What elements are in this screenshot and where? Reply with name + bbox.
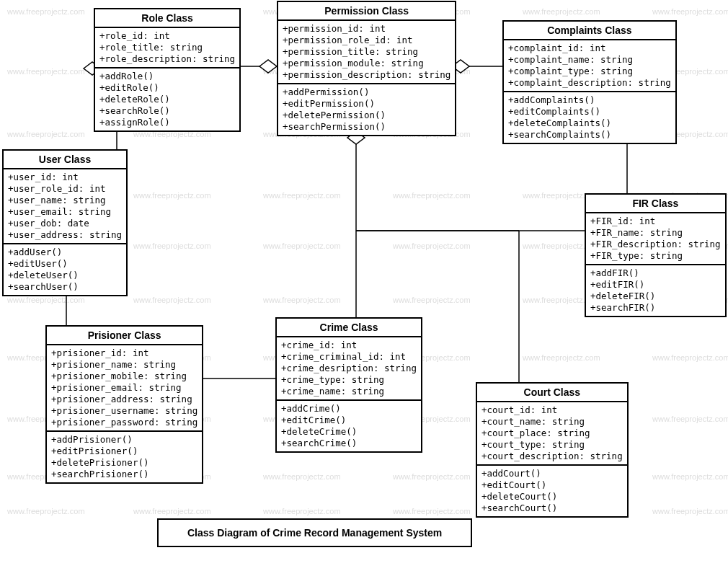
class-member: +addComplaints(): [508, 94, 671, 106]
class-member: +searchPermission(): [283, 121, 450, 133]
class-member: +user_email: string: [8, 206, 122, 218]
class-fir: FIR Class +FIR_id: int+FIR_name: string+…: [585, 193, 727, 317]
svg-marker-4: [259, 60, 277, 73]
class-member: +crime_desription: string: [281, 363, 417, 374]
class-complaints: Complaints Class +complaint_id: int+comp…: [502, 20, 677, 144]
class-crime-methods: +addCrime()+editCrime()+deleteCrime()+se…: [277, 401, 421, 451]
class-member: +addFIR(): [590, 267, 721, 279]
class-member: +permission_role_id: int: [283, 35, 450, 46]
class-member: +FIR_description: string: [590, 239, 721, 250]
class-member: +prisioner_password: string: [51, 417, 197, 428]
class-member: +court_id: int: [481, 404, 623, 416]
class-member: +crime_criminal_id: int: [281, 351, 417, 363]
caption-text: Class Diagram of Crime Record Management…: [187, 527, 442, 539]
class-court-title: Court Class: [477, 384, 627, 402]
class-member: +editFIR(): [590, 279, 721, 291]
class-user-methods: +addUser()+editUser()+deleteUser()+searc…: [4, 244, 126, 295]
class-permission-attrs: +permission_id: int+permission_role_id: …: [278, 21, 455, 84]
class-member: +editRole(): [99, 82, 235, 94]
class-crime-attrs: +crime_id: int+crime_criminal_id: int+cr…: [277, 337, 421, 401]
class-member: +deleteComplaints(): [508, 118, 671, 129]
class-member: +role_description: string: [99, 53, 235, 65]
class-permission: Permission Class +permission_id: int+per…: [277, 1, 456, 136]
class-member: +editPermission(): [283, 98, 450, 110]
class-member: +deleteFIR(): [590, 291, 721, 302]
class-member: +user_address: string: [8, 229, 122, 241]
class-member: +role_id: int: [99, 30, 235, 42]
class-member: +crime_type: string: [281, 374, 417, 386]
class-member: +complaint_description: string: [508, 77, 671, 89]
class-member: +searchRole(): [99, 105, 235, 117]
class-permission-title: Permission Class: [278, 2, 455, 21]
class-role-attrs: +role_id: int+role_title: string+role_de…: [95, 28, 239, 68]
class-member: +court_place: string: [481, 428, 623, 439]
class-permission-methods: +addPermission()+editPermission()+delete…: [278, 84, 455, 135]
class-member: +FIR_name: string: [590, 227, 721, 239]
class-member: +permission_title: string: [283, 46, 450, 58]
class-member: +editComplaints(): [508, 106, 671, 118]
class-member: +deletePrisioner(): [51, 457, 197, 469]
class-member: +prisioner_email: string: [51, 382, 197, 394]
class-fir-attrs: +FIR_id: int+FIR_name: string+FIR_descri…: [586, 213, 725, 265]
class-member: +deleteCourt(): [481, 491, 623, 503]
class-member: +searchPrisioner(): [51, 469, 197, 480]
class-member: +deletePermission(): [283, 110, 450, 121]
class-member: +complaint_name: string: [508, 54, 671, 66]
class-member: +user_role_id: int: [8, 183, 122, 195]
class-member: +searchComplaints(): [508, 129, 671, 141]
class-prisioner-title: Prisioner Class: [47, 327, 202, 345]
class-fir-methods: +addFIR()+editFIR()+deleteFIR()+searchFI…: [586, 265, 725, 316]
class-member: +crime_name: string: [281, 386, 417, 397]
class-member: +prisioner_name: string: [51, 359, 197, 371]
class-member: +FIR_id: int: [590, 216, 721, 227]
class-user-title: User Class: [4, 151, 126, 169]
class-fir-title: FIR Class: [586, 195, 725, 213]
diagram-caption: Class Diagram of Crime Record Management…: [157, 518, 472, 547]
class-member: +prisioner_id: int: [51, 348, 197, 359]
class-member: +permission_id: int: [283, 23, 450, 35]
class-court: Court Class +court_id: int+court_name: s…: [476, 382, 629, 518]
class-role-title: Role Class: [95, 9, 239, 28]
class-member: +complaint_type: string: [508, 66, 671, 77]
class-member: +editCrime(): [281, 415, 417, 426]
class-member: +complaint_id: int: [508, 43, 671, 54]
class-complaints-attrs: +complaint_id: int+complaint_name: strin…: [504, 40, 675, 92]
class-member: +addUser(): [8, 247, 122, 258]
class-member: +permission_description: string: [283, 69, 450, 81]
class-complaints-methods: +addComplaints()+editComplaints()+delete…: [504, 92, 675, 143]
class-complaints-title: Complaints Class: [504, 22, 675, 40]
class-user-attrs: +user_id: int+user_role_id: int+user_nam…: [4, 169, 126, 244]
class-member: +editPrisioner(): [51, 446, 197, 457]
class-member: +prisioner_address: string: [51, 394, 197, 405]
class-prisioner-methods: +addPrisioner()+editPrisioner()+deletePr…: [47, 432, 202, 482]
class-member: +prisioner_username: string: [51, 405, 197, 417]
class-member: +searchFIR(): [590, 302, 721, 314]
class-member: +role_title: string: [99, 42, 235, 53]
class-member: +deleteUser(): [8, 270, 122, 281]
class-crime-title: Crime Class: [277, 319, 421, 337]
class-member: +court_description: string: [481, 451, 623, 462]
class-member: +permission_module: string: [283, 58, 450, 69]
class-member: +user_name: string: [8, 195, 122, 206]
class-user: User Class +user_id: int+user_role_id: i…: [2, 149, 128, 296]
class-member: +user_id: int: [8, 172, 122, 183]
class-member: +editUser(): [8, 258, 122, 270]
class-member: +searchCrime(): [281, 438, 417, 449]
class-member: +addPrisioner(): [51, 434, 197, 446]
class-member: +court_type: string: [481, 439, 623, 451]
class-member: +FIR_type: string: [590, 250, 721, 262]
class-member: +searchUser(): [8, 281, 122, 293]
class-member: +addPermission(): [283, 87, 450, 98]
class-member: +user_dob: date: [8, 218, 122, 229]
class-member: +prisioner_mobile: string: [51, 371, 197, 382]
class-member: +searchCourt(): [481, 503, 623, 514]
class-crime: Crime Class +crime_id: int+crime_crimina…: [275, 317, 422, 453]
class-member: +editCourt(): [481, 479, 623, 491]
class-court-methods: +addCourt()+editCourt()+deleteCourt()+se…: [477, 466, 627, 516]
class-role: Role Class +role_id: int+role_title: str…: [94, 8, 241, 132]
class-member: +addCrime(): [281, 403, 417, 415]
class-member: +addCourt(): [481, 468, 623, 479]
class-member: +deleteCrime(): [281, 426, 417, 438]
class-member: +court_name: string: [481, 416, 623, 428]
class-prisioner-attrs: +prisioner_id: int+prisioner_name: strin…: [47, 345, 202, 432]
